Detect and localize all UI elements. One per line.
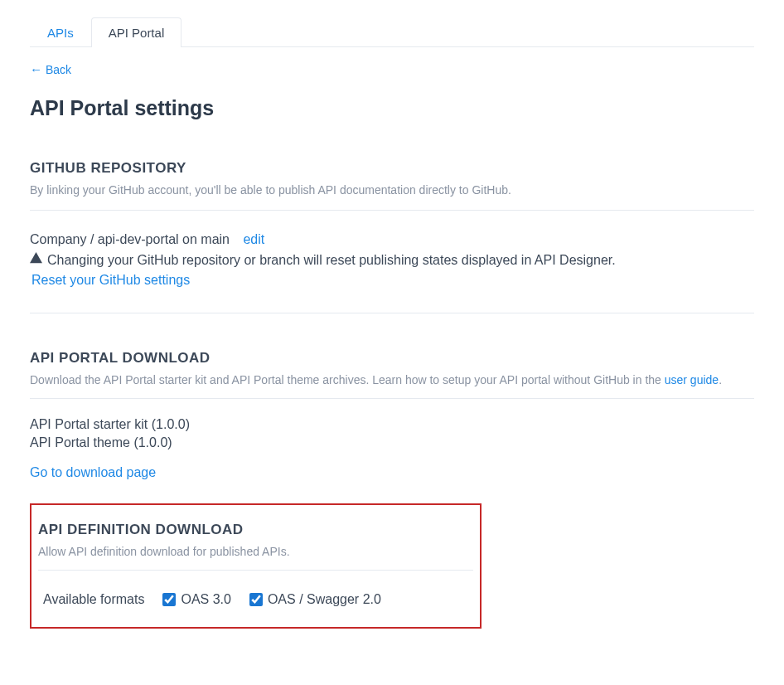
github-description: By linking your GitHub account, you'll b… (30, 183, 754, 211)
definition-section: API DEFINITION DOWNLOAD Allow API defini… (30, 503, 482, 629)
tab-apis[interactable]: APIs (30, 17, 91, 47)
download-section: API PORTAL DOWNLOAD Download the API Por… (30, 350, 754, 480)
warning-line: Changing your GitHub repository or branc… (30, 252, 754, 268)
list-item: API Portal starter kit (1.0.0) (30, 417, 754, 432)
format-label-oas2: OAS / Swagger 2.0 (268, 592, 381, 607)
tabs-bar: APIs API Portal (30, 0, 754, 47)
reset-github-link[interactable]: Reset your GitHub settings (31, 273, 190, 288)
formats-row: Available formats OAS 3.0 OAS / Swagger … (38, 592, 473, 607)
download-desc-prefix: Download the API Portal starter kit and … (30, 373, 665, 386)
checkbox-oas2[interactable] (249, 593, 263, 606)
download-description: Download the API Portal starter kit and … (30, 373, 754, 399)
format-label-oas3: OAS 3.0 (181, 592, 230, 607)
definition-description: Allow API definition download for publis… (38, 545, 473, 571)
warning-text: Changing your GitHub repository or branc… (47, 253, 616, 268)
warning-icon (30, 252, 42, 268)
github-section: GITHUB REPOSITORY By linking your GitHub… (30, 160, 754, 313)
format-option-oas2[interactable]: OAS / Swagger 2.0 (249, 592, 381, 607)
repo-text: Company / api-dev-portal on main (30, 232, 230, 246)
back-label: Back (46, 63, 71, 76)
divider (30, 313, 754, 313)
formats-label: Available formats (43, 592, 144, 607)
download-page-link[interactable]: Go to download page (30, 465, 156, 480)
repo-line: Company / api-dev-portal on main edit (30, 232, 754, 247)
tab-api-portal[interactable]: API Portal (91, 17, 182, 47)
format-option-oas3[interactable]: OAS 3.0 (162, 592, 230, 607)
edit-link[interactable]: edit (243, 232, 264, 246)
arrow-left-icon: ← (30, 62, 42, 76)
list-item: API Portal theme (1.0.0) (30, 435, 754, 450)
page-title: API Portal settings (30, 96, 754, 120)
definition-header: API DEFINITION DOWNLOAD (38, 522, 473, 538)
checkbox-oas3[interactable] (162, 593, 176, 606)
download-list: API Portal starter kit (1.0.0) API Porta… (30, 417, 754, 450)
download-desc-suffix: . (719, 373, 722, 386)
back-link[interactable]: ← Back (30, 62, 71, 76)
user-guide-link[interactable]: user guide (665, 373, 719, 386)
github-header: GITHUB REPOSITORY (30, 160, 754, 177)
download-header: API PORTAL DOWNLOAD (30, 350, 754, 367)
